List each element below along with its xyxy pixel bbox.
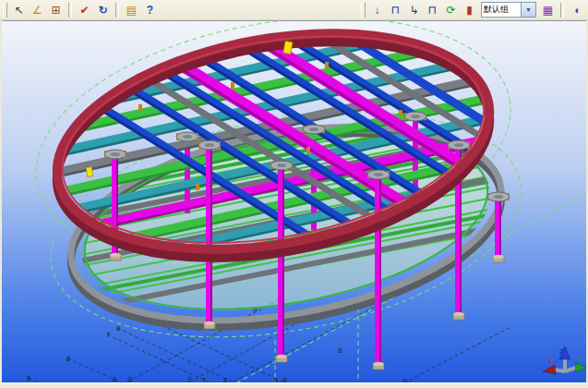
help-icon[interactable]: ? (141, 2, 159, 18)
grid-label: 7 (106, 331, 110, 339)
bolt-update-icon[interactable]: ↻ (94, 2, 112, 18)
rebar-stirrup-icon[interactable]: ⊓ (424, 2, 441, 18)
toolbar-separator (115, 3, 119, 18)
axis-x-label: X (578, 356, 583, 364)
grid-label: 6 (66, 355, 70, 363)
model-viewport[interactable]: 9 8 7 6 5 8 G F 7 8 9 E D G F E (2, 20, 586, 383)
ink-marker-icon[interactable]: ▮ (461, 2, 478, 18)
toolbar-grip (3, 3, 7, 18)
measure-distance-icon[interactable]: ↖ (10, 2, 28, 18)
component-update-icon[interactable]: ⟳ (442, 2, 460, 18)
measure-angle-icon[interactable]: ∠ (29, 2, 46, 18)
toolbar-separator (68, 3, 72, 18)
main-toolbar: ↖ ∠ ⊞ ✔ ↻ ▤ ? ↓ ⊓ ↳ ⊓ ⟳ ▮ 默认组 ▼ ▦ ◖ (0, 0, 588, 20)
grid-label: E (338, 346, 342, 355)
rebar-hook-icon[interactable]: ↳ (405, 2, 423, 18)
phase-group-value: 默认组 (481, 2, 521, 18)
plumb-point-icon[interactable]: ↓ (368, 2, 386, 18)
toolbar-separator (560, 3, 564, 18)
grid-label: 5 (27, 374, 30, 382)
toolbar-grip (361, 3, 366, 18)
grid-label: 8 (116, 324, 120, 333)
rebar-bend-icon[interactable]: ⊓ (387, 2, 404, 18)
model-canvas: 9 8 7 6 5 8 G F 7 8 9 E D G F E (2, 21, 586, 383)
combo-dropdown-arrow-icon[interactable]: ▼ (521, 2, 536, 18)
window-bottom-frame (0, 382, 588, 388)
report-icon[interactable]: ▤ (123, 2, 140, 18)
pan-view-icon[interactable]: ◖ (568, 2, 585, 18)
create-dimension-icon[interactable]: ⊞ (47, 2, 65, 18)
check-model-icon[interactable]: ✔ (76, 2, 93, 18)
axis-y-label: Y (548, 357, 554, 365)
phase-grid-icon[interactable]: ▦ (539, 2, 557, 18)
phase-group-select[interactable]: 默认组 ▼ (481, 2, 536, 18)
axis-z-label: Z (559, 347, 564, 356)
